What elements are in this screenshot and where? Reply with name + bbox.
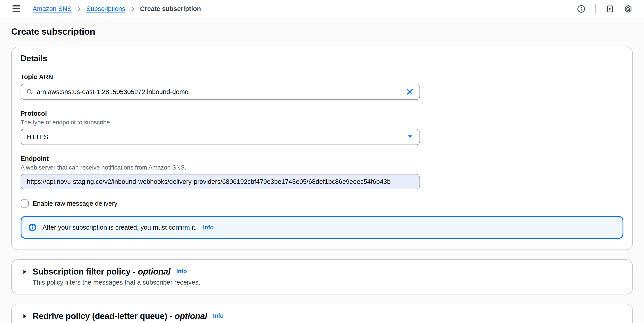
raw-delivery-row: Enable raw message delivery — [20, 200, 624, 208]
protocol-select[interactable]: HTTPS — [20, 129, 420, 145]
endpoint-description: A web server that can receive notificati… — [20, 164, 624, 171]
topbar-divider — [595, 4, 596, 14]
amazon-q-icon[interactable] — [624, 5, 632, 13]
info-circle-icon — [28, 223, 37, 232]
protocol-selected-value: HTTPS — [27, 133, 406, 141]
menu-icon[interactable] — [12, 5, 20, 12]
details-card: Details Topic ARN P — [11, 47, 633, 250]
main-content: Create subscription Details Topic ARN — [0, 26, 644, 323]
protocol-description: The type of endpoint to subscribe — [20, 119, 624, 126]
raw-delivery-label: Enable raw message delivery — [33, 200, 118, 207]
top-navigation-bar: Amazon SNS Subscriptions Create subscrip… — [0, 0, 644, 18]
topic-arn-input-container — [20, 84, 420, 100]
info-icon[interactable] — [577, 5, 586, 13]
protocol-label: Protocol — [20, 109, 624, 118]
breadcrumb-amazon-sns[interactable]: Amazon SNS — [33, 5, 72, 12]
redrive-policy-title: Redrive policy (dead-letter queue) - opt… — [33, 312, 207, 321]
raw-delivery-checkbox[interactable] — [20, 200, 28, 208]
filter-policy-card: Subscription filter policy - optional In… — [11, 259, 633, 295]
caret-right-icon — [22, 313, 28, 320]
redrive-policy-expander[interactable]: Redrive policy (dead-letter queue) - opt… — [22, 312, 624, 321]
chevron-right-icon — [76, 6, 82, 12]
filter-policy-description: This policy filters the messages that a … — [33, 278, 624, 286]
endpoint-label: Endpoint — [20, 154, 624, 163]
endpoint-input-container — [20, 174, 420, 189]
chevron-right-icon — [130, 6, 136, 12]
clear-input-icon[interactable] — [406, 88, 414, 96]
endpoint-input[interactable] — [27, 178, 414, 185]
filter-policy-expander[interactable]: Subscription filter policy - optional In… — [22, 267, 624, 277]
filter-policy-title: Subscription filter policy - optional — [33, 267, 170, 277]
redrive-policy-info-link[interactable]: Info — [213, 312, 224, 319]
filter-policy-info-link[interactable]: Info — [176, 268, 187, 275]
details-heading: Details — [20, 54, 624, 63]
alert-info-link[interactable]: Info — [203, 224, 214, 231]
optional-label: optional — [138, 267, 170, 276]
breadcrumb-subscriptions[interactable]: Subscriptions — [86, 5, 125, 12]
caret-right-icon — [22, 269, 28, 275]
redrive-policy-card: Redrive policy (dead-letter queue) - opt… — [11, 304, 633, 323]
alert-text: After your subscription is created, you … — [42, 224, 197, 231]
tutorials-icon[interactable] — [606, 5, 614, 13]
endpoint-field: Endpoint A web server that can receive n… — [20, 154, 624, 189]
chevron-down-icon — [406, 133, 414, 141]
topic-arn-label: Topic ARN — [20, 73, 624, 81]
topic-arn-field: Topic ARN — [20, 73, 624, 100]
optional-label: optional — [175, 312, 207, 321]
search-icon — [26, 88, 33, 95]
confirmation-info-alert: After your subscription is created, you … — [20, 216, 624, 239]
breadcrumb-current-page: Create subscription — [140, 5, 201, 12]
protocol-field: Protocol The type of endpoint to subscri… — [20, 109, 624, 145]
topic-arn-input[interactable] — [37, 88, 402, 96]
page-title: Create subscription — [11, 26, 633, 37]
topbar-actions — [577, 4, 632, 14]
breadcrumb: Amazon SNS Subscriptions Create subscrip… — [33, 5, 201, 12]
